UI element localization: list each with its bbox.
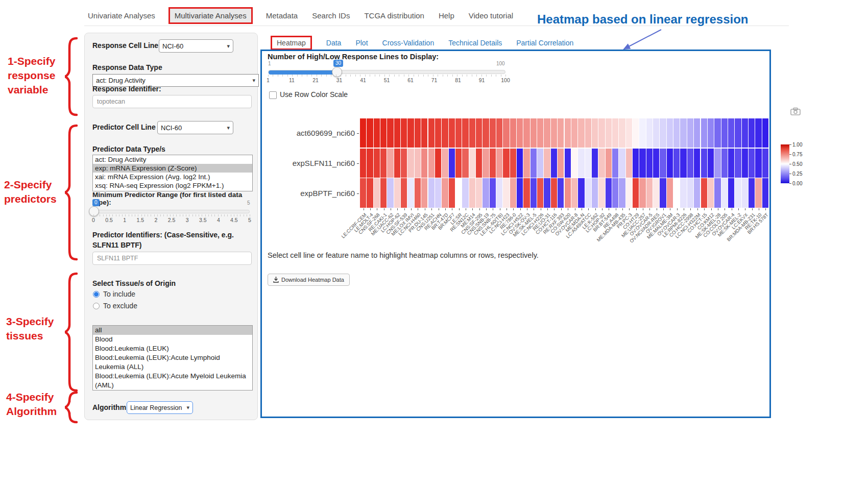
heatmap-cell[interactable] xyxy=(701,118,707,148)
heatmap-cell[interactable] xyxy=(360,149,366,178)
heatmap-cell[interactable] xyxy=(755,149,761,178)
heatmap-cell[interactable] xyxy=(442,118,448,148)
heatmap-cell[interactable] xyxy=(653,149,659,178)
heatmap-cell[interactable] xyxy=(380,178,387,207)
tab-partial-correlation[interactable]: Partial Correlation xyxy=(516,39,573,47)
heatmap-cell[interactable] xyxy=(673,178,680,207)
heatmap-cell[interactable] xyxy=(523,178,529,207)
heatmap-cell[interactable] xyxy=(728,118,734,148)
tab-data[interactable]: Data xyxy=(326,39,342,47)
heatmap-cell[interactable] xyxy=(428,178,435,207)
heatmap-cell[interactable] xyxy=(449,118,455,148)
heatmap-cell[interactable] xyxy=(510,149,516,178)
heatmap-cell[interactable] xyxy=(442,149,448,178)
heatmap-cell[interactable] xyxy=(565,149,571,178)
heatmap-cell[interactable] xyxy=(633,118,639,148)
response-cell-line-set-select[interactable]: NCI-60▾ xyxy=(159,39,233,53)
heatmap-cell[interactable] xyxy=(517,178,523,207)
heatmap-cell[interactable] xyxy=(606,178,612,207)
heatmap-cell[interactable] xyxy=(585,149,591,178)
heatmap-cell[interactable] xyxy=(401,118,407,148)
heatmap-cell[interactable] xyxy=(742,118,748,148)
heatmap-cell[interactable] xyxy=(455,149,462,178)
heatmap-cell[interactable] xyxy=(606,118,612,148)
heatmap-cell[interactable] xyxy=(612,118,618,148)
heatmap-cell[interactable] xyxy=(667,178,673,207)
heatmap-cell[interactable] xyxy=(565,118,571,148)
heatmap-cell[interactable] xyxy=(387,118,393,148)
heatmap-cell[interactable] xyxy=(442,178,448,207)
heatmap-cell[interactable] xyxy=(558,118,564,148)
heatmap-cell[interactable] xyxy=(578,149,584,178)
heatmap-cell[interactable] xyxy=(680,149,686,178)
tab-heatmap[interactable]: Heatmap xyxy=(271,36,312,50)
heatmap-cell[interactable] xyxy=(708,149,714,178)
heatmap-cell[interactable] xyxy=(687,178,693,207)
heatmap-cell[interactable] xyxy=(435,149,441,178)
heatmap-cell[interactable] xyxy=(476,149,482,178)
heatmap-cell[interactable] xyxy=(585,178,591,207)
heatmap-cell[interactable] xyxy=(646,178,653,207)
algorithm-select[interactable]: Linear Regression▾ xyxy=(127,401,193,414)
heatmap-cell[interactable] xyxy=(531,149,537,178)
heatmap-cell[interactable] xyxy=(537,178,543,207)
heatmap-cell[interactable] xyxy=(653,118,659,148)
heatmap-cell[interactable] xyxy=(714,178,720,207)
list-option-blood-leukemia-leuk-acute-myeloid-leukemia-aml[interactable]: Blood:Leukemia (LEUK):Acute Myeloid Leuk… xyxy=(93,372,252,390)
heatmap-cell[interactable] xyxy=(462,118,468,148)
heatmap-cell[interactable] xyxy=(415,178,421,207)
heatmap-cell[interactable] xyxy=(735,149,741,178)
response-identifier-input[interactable] xyxy=(92,95,252,108)
heatmap-cell[interactable] xyxy=(367,118,373,148)
tissue-listbox[interactable]: allBloodBlood:Leukemia (LEUK)Blood:Leuke… xyxy=(92,325,253,391)
heatmap-cell[interactable] xyxy=(571,118,577,148)
heatmap-cell[interactable] xyxy=(537,118,543,148)
heatmap-cell[interactable] xyxy=(496,118,502,148)
list-option-act-drug-activity[interactable]: act: Drug Activity xyxy=(93,155,252,164)
list-option-exp-mrna-expression-z-score[interactable]: exp: mRNA Expression (Z-Score) xyxy=(93,164,252,173)
heatmap-cell[interactable] xyxy=(374,149,380,178)
heatmap-cell[interactable] xyxy=(490,149,496,178)
heatmap-cell[interactable] xyxy=(551,149,557,178)
heatmap-cell[interactable] xyxy=(415,118,421,148)
heatmap-cell[interactable] xyxy=(626,149,632,178)
heatmap-row-label[interactable]: act609699_nci60 xyxy=(250,129,355,137)
heatmap-cell[interactable] xyxy=(517,118,523,148)
heatmap-cell[interactable] xyxy=(694,178,700,207)
heatmap-cell[interactable] xyxy=(633,178,639,207)
heatmap-cell[interactable] xyxy=(755,118,761,148)
heatmap-cell[interactable] xyxy=(435,178,441,207)
heatmap-cell[interactable] xyxy=(503,118,509,148)
tab-cross-validation[interactable]: Cross-Validation xyxy=(382,39,435,47)
heatmap-cell[interactable] xyxy=(387,178,393,207)
heatmap-cell[interactable] xyxy=(592,178,598,207)
tissue-exclude-radio[interactable] xyxy=(93,303,100,309)
nav-item-tcga-distribution[interactable]: TCGA distribution xyxy=(363,8,425,23)
heatmap-cell[interactable] xyxy=(531,118,537,148)
heatmap-cell[interactable] xyxy=(421,118,427,148)
heatmap-cell[interactable] xyxy=(585,118,591,148)
list-option-xsq-rna-seq-expression-log2-fpkm-1[interactable]: xsq: RNA-seq Expression (log2 FPKM+1.) xyxy=(93,181,252,190)
heatmap-cell[interactable] xyxy=(639,149,645,178)
predictor-identifiers-input[interactable] xyxy=(92,252,252,265)
list-option-xai-mrna-expression-avg-log2-int[interactable]: xai: mRNA Expression (Avg. log2 Int.) xyxy=(93,173,252,181)
list-option-blood-leukemia-leuk-chronic-myelogenous-leukemia-cml[interactable]: Blood:Leukemia (LEUK):Chronic Myelogenou… xyxy=(93,390,252,391)
heatmap-cell[interactable] xyxy=(749,149,755,178)
list-option-blood[interactable]: Blood xyxy=(93,335,252,344)
nav-item-metadata[interactable]: Metadata xyxy=(265,8,299,23)
heatmap-cell[interactable] xyxy=(667,118,673,148)
heatmap-cell[interactable] xyxy=(660,178,666,207)
heatmap-cell[interactable] xyxy=(407,118,414,148)
heatmap-cell[interactable] xyxy=(708,118,714,148)
heatmap-cell[interactable] xyxy=(612,149,618,178)
heatmap-cell[interactable] xyxy=(407,149,414,178)
heatmap-cell[interactable] xyxy=(551,178,557,207)
heatmap-cell[interactable] xyxy=(531,178,537,207)
heatmap-cell[interactable] xyxy=(415,149,421,178)
heatmap-cell[interactable] xyxy=(735,178,741,207)
heatmap-cell[interactable] xyxy=(735,118,741,148)
heatmap-row-label[interactable]: expBPTF_nci60 xyxy=(250,189,355,198)
heatmap-cell[interactable] xyxy=(667,149,673,178)
heatmap-cell[interactable] xyxy=(517,149,523,178)
heatmap-cell[interactable] xyxy=(578,118,584,148)
